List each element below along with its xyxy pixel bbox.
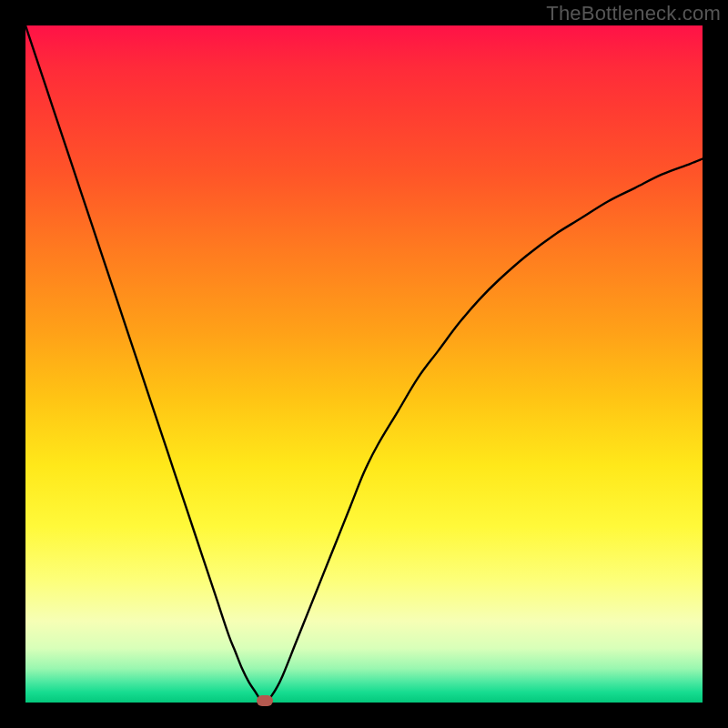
min-point-marker <box>257 695 273 706</box>
watermark-text: TheBottleneck.com <box>546 2 721 25</box>
curve-svg <box>25 25 703 703</box>
curve-left-branch <box>25 25 259 699</box>
curve-right-branch <box>269 159 703 700</box>
plot-area <box>25 25 703 703</box>
chart-container: TheBottleneck.com <box>0 0 728 728</box>
